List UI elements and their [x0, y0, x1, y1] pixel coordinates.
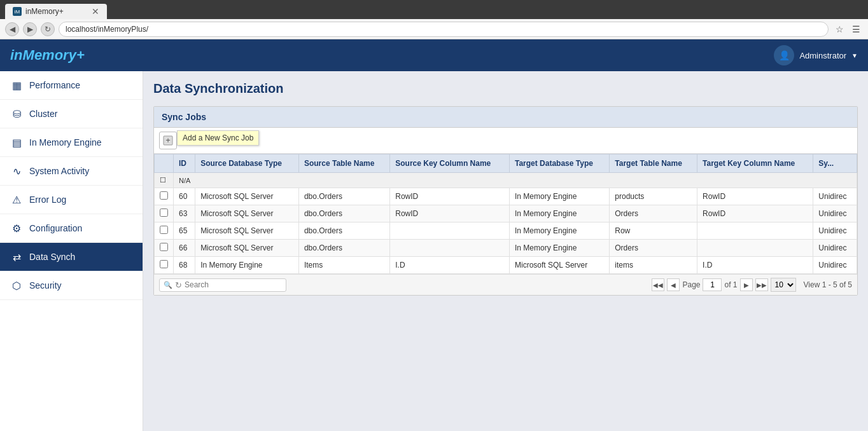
search-icon: 🔍 — [164, 281, 172, 289]
row-checkbox[interactable] — [155, 240, 174, 257]
row-target-db: Microsoft SQL Server — [509, 257, 609, 274]
app-logo: inMemory+ — [10, 47, 85, 64]
in-memory-engine-icon: ▤ — [10, 136, 23, 149]
sidebar-item-cluster[interactable]: ⛁ Cluster — [0, 100, 143, 128]
table-row[interactable]: 63 Microsoft SQL Server dbo.Orders RowID… — [155, 205, 857, 222]
row-target-db: In Memory Engine — [509, 222, 609, 240]
row-source-key: RowID — [390, 188, 510, 205]
security-icon: ⬡ — [10, 279, 23, 292]
sidebar-label-system-activity: System Activity — [29, 166, 89, 176]
first-page-btn[interactable]: ◀◀ — [652, 278, 664, 291]
system-activity-icon: ∿ — [10, 165, 23, 177]
add-tooltip: Add a New Sync Job — [177, 130, 259, 146]
view-count: View 1 - 5 of 5 — [804, 280, 853, 289]
row-sync: Unidirec — [813, 240, 857, 257]
sidebar-label-data-synch: Data Synch — [29, 252, 75, 262]
row-source-key: I.D — [390, 257, 510, 274]
row-target-key — [697, 240, 813, 257]
sidebar-item-security[interactable]: ⬡ Security — [0, 271, 143, 300]
row-id: 63 — [174, 205, 195, 222]
app-wrapper: inMemory+ 👤 Adminstrator ▼ ▦ Performance… — [0, 39, 868, 431]
row-checkbox[interactable] — [155, 205, 174, 222]
forward-button[interactable]: ▶ — [23, 22, 37, 36]
row-source-db: Microsoft SQL Server — [195, 222, 299, 240]
sidebar-item-configuration[interactable]: ⚙ Configuration — [0, 214, 143, 243]
sidebar-item-performance[interactable]: ▦ Performance — [0, 71, 143, 100]
page-title: Data Synchronization — [153, 81, 858, 96]
row-source-db: Microsoft SQL Server — [195, 188, 299, 205]
row-target-key — [697, 222, 813, 240]
sidebar-item-in-memory-engine[interactable]: ▤ In Memory Engine — [0, 128, 143, 157]
rows-per-page-select[interactable]: 10 25 50 — [771, 278, 796, 292]
bookmark-icon[interactable]: ☆ — [832, 22, 846, 36]
next-page-btn[interactable]: ▶ — [740, 278, 753, 291]
sidebar: ▦ Performance ⛁ Cluster ▤ In Memory Engi… — [0, 71, 143, 431]
tab-favicon: iM — [13, 7, 22, 16]
browser-toolbar: ◀ ▶ ↻ ☆ ☰ — [0, 19, 868, 39]
refresh-button[interactable]: ↻ — [41, 22, 55, 36]
header-right: 👤 Adminstrator ▼ — [774, 45, 858, 65]
row-source-db: Microsoft SQL Server — [195, 205, 299, 222]
col-sync: Sy... — [813, 154, 857, 173]
add-sync-job-button[interactable]: + — [159, 132, 177, 149]
data-synch-icon: ⇄ — [10, 250, 23, 263]
table-row[interactable]: 68 In Memory Engine Items I.D Microsoft … — [155, 257, 857, 274]
row-checkbox[interactable] — [155, 222, 174, 240]
row-sync: Unidirec — [813, 257, 857, 274]
table-container: ID Source Database Type Source Table Nam… — [154, 154, 857, 274]
na-value: N/A — [174, 173, 857, 188]
menu-icon[interactable]: ☰ — [849, 22, 863, 36]
row-checkbox[interactable] — [155, 257, 174, 274]
col-checkbox — [155, 154, 174, 173]
prev-page-btn[interactable]: ◀ — [667, 278, 680, 291]
cluster-icon: ⛁ — [10, 107, 23, 120]
col-target-table: Target Table Name — [610, 154, 697, 173]
row-id: 68 — [174, 257, 195, 274]
table-header-row: ID Source Database Type Source Table Nam… — [155, 154, 857, 173]
row-target-db: In Memory Engine — [509, 240, 609, 257]
admin-dropdown-arrow[interactable]: ▼ — [851, 52, 858, 59]
row-source-table: dbo.Orders — [298, 188, 389, 205]
row-id: 66 — [174, 240, 195, 257]
na-row: ☐ N/A — [155, 173, 857, 188]
row-sync: Unidirec — [813, 205, 857, 222]
row-target-key: RowID — [697, 205, 813, 222]
back-button[interactable]: ◀ — [5, 22, 19, 36]
page-nav: ◀◀ ◀ Page of 1 ▶ ▶▶ 10 25 50 View 1 - 5 … — [652, 278, 852, 292]
row-source-table: dbo.Orders — [298, 205, 389, 222]
row-checkbox[interactable] — [155, 188, 174, 205]
page-number-input[interactable] — [703, 278, 722, 291]
sidebar-item-data-synch[interactable]: ⇄ Data Synch — [0, 243, 143, 271]
tab-close-btn[interactable]: ✕ — [92, 6, 99, 17]
pagination-bar: 🔍 ↻ ◀◀ ◀ Page of 1 ▶ ▶▶ 10 — [154, 274, 857, 295]
of-label: of 1 — [724, 280, 737, 289]
sidebar-label-in-memory-engine: In Memory Engine — [29, 137, 102, 147]
sidebar-label-configuration: Configuration — [29, 223, 82, 233]
col-target-key: Target Key Column Name — [697, 154, 813, 173]
browser-chrome: iM inMemory+ ✕ ◀ ▶ ↻ ☆ ☰ — [0, 0, 868, 39]
col-target-db-type: Target Database Type — [509, 154, 609, 173]
row-target-table: Orders — [610, 205, 697, 222]
performance-icon: ▦ — [10, 79, 23, 92]
panel-header: Sync Jobs — [154, 107, 857, 128]
search-box[interactable]: 🔍 ↻ — [159, 278, 286, 292]
row-target-key: I.D — [697, 257, 813, 274]
search-input[interactable] — [185, 280, 282, 289]
refresh-small-icon: ↻ — [175, 280, 182, 290]
admin-label: Adminstrator — [799, 51, 846, 60]
table-row[interactable]: 60 Microsoft SQL Server dbo.Orders RowID… — [155, 188, 857, 205]
active-tab[interactable]: iM inMemory+ ✕ — [5, 4, 107, 19]
row-target-db: In Memory Engine — [509, 188, 609, 205]
row-source-db: Microsoft SQL Server — [195, 240, 299, 257]
sidebar-item-system-activity[interactable]: ∿ System Activity — [0, 157, 143, 186]
tab-title: inMemory+ — [25, 7, 64, 16]
row-sync: Unidirec — [813, 222, 857, 240]
row-target-key: RowID — [697, 188, 813, 205]
row-sync: Unidirec — [813, 188, 857, 205]
last-page-btn[interactable]: ▶▶ — [755, 278, 768, 291]
sidebar-label-performance: Performance — [29, 80, 80, 90]
sidebar-item-error-log[interactable]: ⚠ Error Log — [0, 186, 143, 214]
table-row[interactable]: 65 Microsoft SQL Server dbo.Orders In Me… — [155, 222, 857, 240]
table-row[interactable]: 66 Microsoft SQL Server dbo.Orders In Me… — [155, 240, 857, 257]
address-bar[interactable] — [59, 22, 829, 37]
